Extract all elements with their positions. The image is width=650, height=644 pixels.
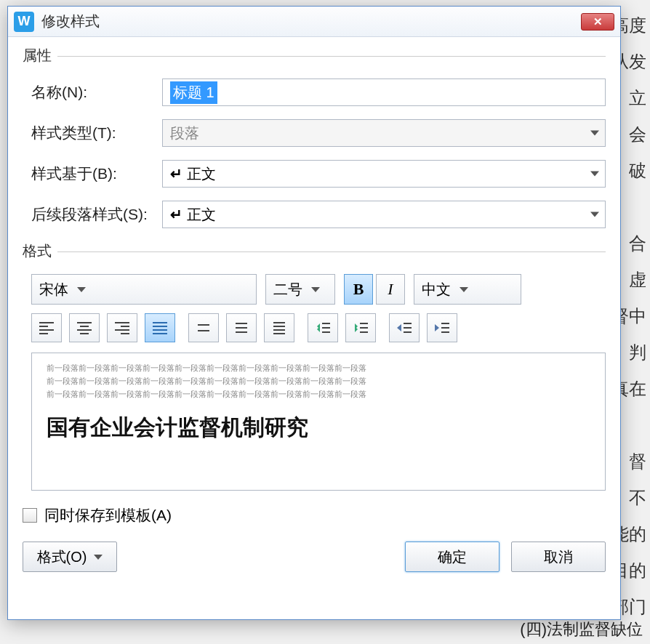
- preview-sample-text: 国有企业会计监督机制研究: [47, 413, 590, 443]
- format-dropdown-button[interactable]: 格式(O): [23, 542, 117, 572]
- chevron-down-icon: [94, 555, 103, 560]
- type-label: 样式类型(T):: [31, 123, 162, 143]
- name-input[interactable]: 标题 1: [162, 79, 606, 106]
- titlebar: W 修改样式 ✕: [8, 7, 620, 37]
- paragraph-toolbar: [23, 313, 606, 342]
- line-spacing-1-button[interactable]: [188, 313, 219, 342]
- para-space-decrease-button[interactable]: [345, 313, 376, 342]
- italic-button[interactable]: I: [376, 274, 405, 305]
- language-select[interactable]: 中文: [414, 274, 521, 305]
- chevron-down-icon: [590, 172, 599, 177]
- align-justify-button[interactable]: [145, 313, 175, 342]
- close-icon: ✕: [593, 15, 603, 28]
- fontsize-select[interactable]: 二号: [265, 274, 335, 305]
- dialog-body: 属性 名称(N): 标题 1 样式类型(T): 段落 样式基于(B): ↵ 正文…: [8, 37, 620, 619]
- align-right-button[interactable]: [107, 313, 137, 342]
- format-section-label: 格式: [23, 241, 606, 261]
- ok-button[interactable]: 确定: [405, 542, 499, 572]
- align-left-button[interactable]: [31, 313, 62, 342]
- line-spacing-2-button[interactable]: [264, 313, 294, 342]
- indent-decrease-button[interactable]: [389, 313, 420, 342]
- next-label: 后续段落样式(S):: [31, 204, 162, 225]
- font-select[interactable]: 宋体: [31, 274, 257, 305]
- align-center-button[interactable]: [69, 313, 100, 342]
- cancel-button[interactable]: 取消: [511, 542, 606, 572]
- save-template-checkbox[interactable]: [23, 508, 37, 523]
- modify-style-dialog: W 修改样式 ✕ 属性 名称(N): 标题 1 样式类型(T): 段落 样式基于…: [7, 6, 621, 620]
- bold-italic-group: B I: [344, 274, 405, 305]
- name-label: 名称(N):: [31, 82, 162, 102]
- svg-marker-35: [397, 324, 401, 331]
- type-select: 段落: [162, 119, 606, 147]
- dialog-title: 修改样式: [41, 12, 581, 31]
- chevron-down-icon: [590, 131, 599, 136]
- next-row: 后续段落样式(S): ↵ 正文: [23, 201, 606, 228]
- based-row: 样式基于(B): ↵ 正文: [23, 160, 606, 188]
- line-spacing-1-5-button[interactable]: [226, 313, 257, 342]
- bold-button[interactable]: B: [344, 274, 373, 305]
- chevron-down-icon: [590, 212, 599, 217]
- svg-marker-39: [435, 324, 439, 331]
- based-label: 样式基于(B):: [31, 164, 162, 184]
- chevron-down-icon: [77, 287, 86, 292]
- based-select[interactable]: ↵ 正文: [162, 160, 606, 188]
- chevron-down-icon: [460, 287, 468, 292]
- para-space-increase-button[interactable]: [308, 313, 338, 342]
- save-template-row: 同时保存到模板(A): [23, 505, 606, 526]
- return-icon: ↵: [170, 165, 182, 182]
- save-template-label: 同时保存到模板(A): [44, 505, 172, 526]
- preview-panel: 前一段落前一段落前一段落前一段落前一段落前一段落前一段落前一段落前一段落前一段落…: [31, 353, 606, 491]
- close-button[interactable]: ✕: [581, 13, 614, 31]
- button-row: 格式(O) 确定 取消: [23, 542, 606, 572]
- background-bottom-text: (四)法制监督缺位: [520, 619, 643, 640]
- indent-increase-button[interactable]: [427, 313, 457, 342]
- return-icon: ↵: [170, 206, 182, 223]
- app-icon: W: [14, 12, 34, 32]
- name-row: 名称(N): 标题 1: [23, 79, 606, 106]
- type-row: 样式类型(T): 段落: [23, 119, 606, 147]
- format-toolbar: 宋体 二号 B I 中文: [23, 274, 606, 305]
- next-select[interactable]: ↵ 正文: [162, 201, 606, 228]
- chevron-down-icon: [311, 287, 320, 292]
- properties-section-label: 属性: [23, 46, 606, 65]
